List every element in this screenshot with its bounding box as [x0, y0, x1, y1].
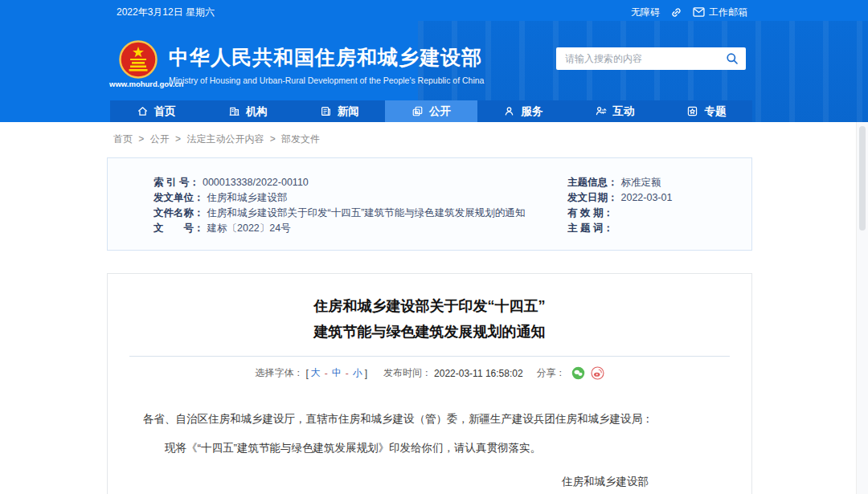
meta-label: 文件名称：: [154, 207, 204, 218]
font-separator: -: [325, 368, 328, 379]
document-title: 住房和城乡建设部关于印发“十四五” 建筑节能与绿色建筑发展规划的通知: [143, 293, 716, 345]
meta-label: 主题信息：: [567, 177, 618, 188]
font-size-large-button[interactable]: 大: [311, 366, 321, 380]
current-date: 2022年3月12日 星期六: [117, 6, 215, 19]
wechat-share-icon[interactable]: [571, 366, 585, 380]
share-label: 分享：: [537, 366, 566, 380]
meta-value: 标准定额: [621, 177, 661, 188]
publish-time-value: 2022-03-11 16:58:02: [434, 368, 523, 379]
link-icon[interactable]: [670, 6, 682, 18]
org-icon: [228, 105, 240, 117]
nav-label: 公开: [429, 104, 451, 119]
meta-row-issuing-unit: 发文单位：住房和城乡建设部: [154, 190, 525, 206]
breadcrumb-disclosure[interactable]: 法定主动公开内容: [186, 133, 264, 145]
font-bracket: [: [305, 368, 308, 379]
meta-label: 发文单位：: [154, 192, 204, 203]
article-paragraph-body: 现将《“十四五”建筑节能与绿色建筑发展规划》印发给你们，请认真贯彻落实。: [143, 439, 716, 456]
breadcrumb: 首页 > 公开 > 法定主动公开内容 > 部发文件: [113, 133, 320, 146]
meta-value: 住房和城乡建设部: [207, 192, 288, 203]
page-scrollbar[interactable]: [856, 122, 868, 494]
service-icon: [503, 105, 515, 117]
document-title-line1: 住房和城乡建设部关于印发“十四五”: [314, 298, 546, 314]
nav-label: 首页: [154, 104, 176, 119]
work-mail-link[interactable]: 工作邮箱: [693, 6, 747, 19]
meta-value: 建标〔2022〕24号: [207, 223, 291, 234]
scrollbar-thumb[interactable]: [859, 126, 866, 231]
nav-item-interact[interactable]: 互动: [569, 100, 661, 122]
breadcrumb-documents[interactable]: 部发文件: [281, 133, 320, 145]
metadata-left-column: 索 引 号：000013338/2022-00110 发文单位：住房和城乡建设部…: [154, 175, 525, 236]
nav-item-home[interactable]: 首页: [110, 100, 202, 122]
breadcrumb-open[interactable]: 公开: [150, 133, 170, 145]
breadcrumb-home[interactable]: 首页: [113, 133, 133, 145]
open-icon: [411, 105, 424, 117]
meta-label: 发文日期：: [567, 192, 618, 203]
metadata-right-column: 主题信息：标准定额 发文日期：2022-03-01 有 效 期： 主 题 词：: [567, 175, 672, 236]
meta-value: 000013338/2022-00110: [203, 177, 309, 188]
meta-row-keywords: 主 题 词：: [567, 221, 672, 236]
meta-label: 文 号：: [154, 223, 204, 234]
breadcrumb-separator: >: [138, 133, 144, 145]
meta-label: 主 题 词：: [567, 223, 613, 234]
meta-row-doc-number: 文 号：建标〔2022〕24号: [154, 221, 525, 236]
signature-org: 住房和城乡建设部: [562, 472, 649, 491]
meta-row-topic-info: 主题信息：标准定额: [567, 175, 672, 190]
national-emblem-logo: [119, 40, 158, 79]
search-input[interactable]: [563, 52, 726, 65]
breadcrumb-separator: >: [175, 133, 181, 145]
top-utility-bar: 2022年3月12日 星期六 无障碍 工作邮箱: [0, 0, 868, 24]
nav-label: 专题: [704, 104, 726, 119]
document-metadata-box: 索 引 号：000013338/2022-00110 发文单位：住房和城乡建设部…: [107, 157, 752, 251]
nav-item-org[interactable]: 机构: [202, 100, 293, 122]
site-subtitle-english: Ministry of Housing and Urban-Rural Deve…: [169, 76, 484, 85]
article-meta-row: 选择字体： [ 大 - 中 - 小 ] 发布时间： 2022-03-11 16:…: [143, 366, 716, 380]
meta-row-issue-date: 发文日期：2022-03-01: [567, 190, 672, 206]
signature-block: 住房和城乡建设部 2022年3月1日: [562, 472, 649, 494]
meta-row-validity: 有 效 期：: [567, 206, 672, 221]
interact-icon: [595, 105, 607, 117]
envelope-icon: [693, 7, 705, 17]
signature-date: 2022年3月1日: [562, 491, 649, 494]
site-title: 中华人民共和国住房和城乡建设部: [169, 44, 484, 71]
accessibility-label: 无障碍: [631, 6, 660, 19]
work-mail-label: 工作邮箱: [709, 6, 747, 19]
nav-item-news[interactable]: 新闻: [293, 100, 385, 122]
nav-label: 机构: [246, 104, 268, 119]
meta-value: 2022-03-01: [621, 192, 673, 203]
accessibility-link[interactable]: 无障碍: [631, 6, 660, 19]
font-bracket: ]: [365, 368, 367, 379]
nav-label: 新闻: [338, 104, 359, 119]
weibo-share-icon[interactable]: [591, 366, 604, 380]
nav-item-service[interactable]: 服务: [477, 100, 569, 122]
meta-row-index-number: 索 引 号：000013338/2022-00110: [154, 175, 525, 190]
search-box: [556, 47, 746, 70]
title-divider: [129, 356, 730, 357]
home-icon: [137, 105, 149, 117]
document-title-line2: 建筑节能与绿色建筑发展规划的通知: [314, 324, 546, 340]
news-icon: [320, 105, 332, 117]
article-content-box: 住房和城乡建设部关于印发“十四五” 建筑节能与绿色建筑发展规划的通知 选择字体：…: [107, 273, 752, 494]
meta-label: 有 效 期：: [567, 207, 613, 218]
search-icon[interactable]: [726, 52, 739, 65]
nav-label: 互动: [612, 104, 634, 119]
font-size-small-button[interactable]: 小: [353, 366, 362, 380]
site-url: www.mohurd.gov.cn: [109, 80, 169, 88]
nav-item-open[interactable]: 公开: [385, 100, 477, 122]
meta-label: 索 引 号：: [154, 177, 199, 188]
breadcrumb-separator: >: [270, 133, 276, 145]
font-separator: -: [346, 368, 349, 379]
site-title-block: 中华人民共和国住房和城乡建设部 Ministry of Housing and …: [169, 44, 484, 85]
meta-row-file-name: 文件名称：住房和城乡建设部关于印发“十四五”建筑节能与绿色建筑发展规划的通知: [154, 206, 525, 221]
nav-item-topic[interactable]: 专题: [661, 100, 752, 122]
topic-icon: [686, 105, 698, 117]
article-paragraph-recipients: 各省、自治区住房和城乡建设厅，直辖市住房和城乡建设（管）委，新疆生产建设兵团住房…: [143, 410, 716, 427]
font-size-medium-button[interactable]: 中: [332, 366, 342, 380]
publish-time-label: 发布时间：: [383, 366, 432, 380]
main-navigation: 首页 机构 新闻 公开 服务 互动 专题: [110, 100, 752, 122]
nav-label: 服务: [521, 104, 542, 119]
meta-value: 住房和城乡建设部关于印发“十四五”建筑节能与绿色建筑发展规划的通知: [207, 207, 526, 218]
font-select-label: 选择字体：: [255, 366, 303, 380]
